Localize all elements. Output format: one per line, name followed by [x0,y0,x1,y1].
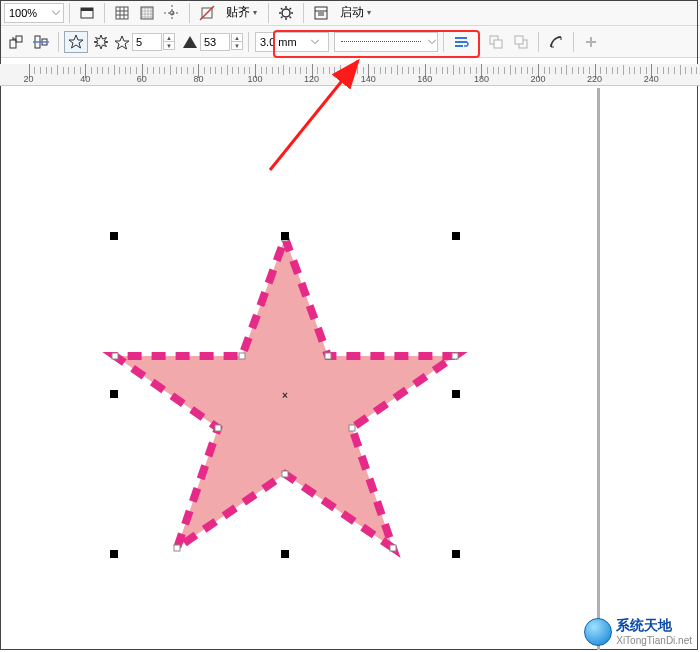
selection-handle-nw[interactable] [110,232,118,240]
svg-rect-52 [452,353,458,359]
svg-rect-59 [239,353,245,359]
selection-handle-s[interactable] [281,550,289,558]
svg-rect-53 [349,425,355,431]
svg-rect-55 [282,471,288,477]
svg-rect-56 [174,545,180,551]
watermark: 系统天地 XiTongTianDi.net [584,617,692,646]
selected-star-object[interactable]: × [100,230,470,580]
svg-rect-54 [390,545,396,551]
globe-icon [584,618,612,646]
watermark-title: 系统天地 [616,617,692,635]
selection-handle-se[interactable] [452,550,460,558]
watermark-url: XiTongTianDi.net [616,635,692,646]
selection-handle-n[interactable] [281,232,289,240]
ruler-horizontal: 20406080100120140160180200220240 [0,64,700,86]
star-shape[interactable] [100,230,470,580]
svg-rect-58 [112,353,118,359]
page-edge [597,88,600,650]
selection-handle-e[interactable] [452,390,460,398]
selection-handle-ne[interactable] [452,232,460,240]
selection-center-marker: × [282,390,288,401]
selection-handle-w[interactable] [110,390,118,398]
svg-rect-57 [215,425,221,431]
selection-handle-sw[interactable] [110,550,118,558]
svg-rect-51 [325,353,331,359]
